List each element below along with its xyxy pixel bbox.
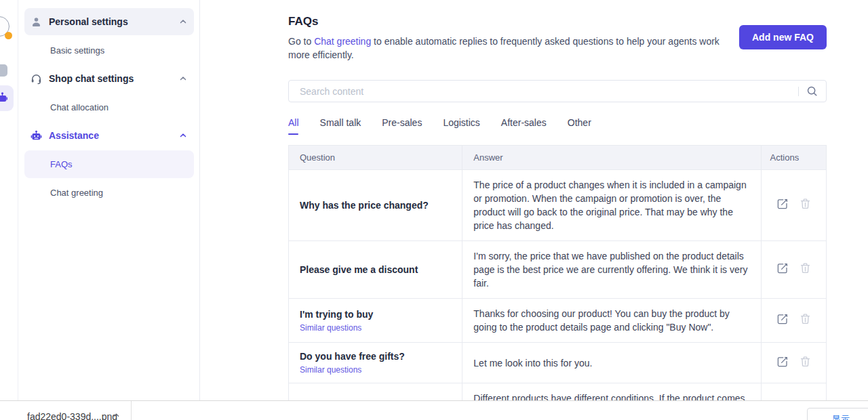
column-header-answer: Answer [462,146,761,170]
shelf-divider [131,401,132,420]
sidebar-label: Basic settings [50,45,104,56]
show-all-downloads-button[interactable]: 显示 [807,408,868,420]
question-cell: Do you have free gifts? Similar question… [289,343,462,383]
robot-icon [31,130,42,142]
answer-text: Different products have different condit… [473,393,746,400]
faq-table-row: Please give me a discount I'm sorry, the… [289,241,827,299]
faq-table-row: Why has the price changed? The price of … [289,170,827,241]
chevron-up-icon [179,18,187,26]
faq-table: Question Answer Actions Why has the pric… [288,145,827,400]
answer-cell: Let me look into this for you. [462,343,761,383]
search-icon[interactable] [806,85,818,97]
tab-pre-sales[interactable]: Pre-sales [382,117,422,135]
delete-icon[interactable] [800,263,810,276]
similar-questions-link[interactable]: Similar questions [300,365,451,375]
search-input[interactable] [300,86,798,97]
chat-bubble-icon[interactable] [0,64,7,77]
question-cell: Please give me a discount [289,241,462,299]
sidebar-label: Shop chat settings [49,73,134,84]
tab-logistics[interactable]: Logistics [443,117,479,135]
answer-text: I'm sorry, the price that we have publis… [473,251,747,289]
faq-page: FAQs Go to Chat greeting to enable autom… [201,0,868,400]
download-filename[interactable]: fad22ed0-339d....png [27,411,117,420]
sidebar-section-personal-settings[interactable]: Personal settings [24,8,194,35]
delete-icon[interactable] [800,198,810,212]
settings-sidebar: Personal settings Basic settings Shop ch… [19,0,200,400]
download-shelf: fad22ed0-339d....png 显示 [0,400,868,420]
tab-label: Pre-sales [382,117,422,128]
similar-questions-link[interactable]: Similar questions [300,323,451,333]
person-icon [31,16,42,28]
faq-table-row: I'm trying to buy Similar questions Than… [289,299,827,343]
tab-label: All [288,117,299,128]
faq-table-row: Do you have free gifts? Similar question… [289,343,827,383]
delete-icon[interactable] [800,356,810,370]
tab-label: After-sales [501,117,547,128]
tab-all[interactable]: All [288,117,299,135]
table-header-row: Question Answer Actions [289,146,827,170]
tab-label: Logistics [443,117,479,128]
sidebar-section-assistance[interactable]: Assistance [24,122,194,149]
sidebar-item-faqs[interactable]: FAQs [24,150,194,178]
add-new-faq-button[interactable]: Add new FAQ [739,25,827,49]
headset-icon [31,73,42,85]
question-text: Please give me a discount [300,264,418,275]
question-cell: I'm trying to buy Similar questions [289,299,462,343]
tab-other[interactable]: Other [568,117,591,135]
orange-status-dot [5,32,12,39]
chevron-up-icon [179,131,187,140]
question-text: I'm trying to buy [300,309,373,320]
faq-table-row: I didn't get my free gift Different prod… [289,383,827,401]
actions-cell [761,241,826,299]
answer-text: The price of a product changes when it i… [473,180,746,231]
actions-cell [761,170,826,241]
search-bar[interactable] [288,80,827,102]
sidebar-section-shop-chat-settings[interactable]: Shop chat settings [24,65,194,92]
question-cell: I didn't get my free gift [289,383,462,401]
question-cell: Why has the price changed? [289,170,462,241]
tab-label: Other [568,117,591,128]
edit-icon[interactable] [777,198,788,212]
sidebar-label: Chat allocation [50,102,108,112]
tabs: AllSmall talkPre-salesLogisticsAfter-sal… [288,117,827,135]
edit-icon[interactable] [777,356,788,370]
rail-item-assistant-active[interactable] [0,85,14,111]
search-divider [798,87,799,96]
sidebar-item-chat-allocation[interactable]: Chat allocation [24,93,194,121]
tab-label: Small talk [320,117,361,128]
description-text: Go to [288,36,314,47]
question-text: Why has the price changed? [300,200,429,211]
sidebar-label: Chat greeting [50,188,103,198]
answer-cell: The price of a product changes when it i… [462,170,761,241]
answer-text: Thanks for choosing our product! You can… [473,308,729,333]
robot-icon [0,92,7,104]
sidebar-item-basic-settings[interactable]: Basic settings [24,37,194,64]
edit-icon[interactable] [777,263,788,276]
chevron-up-icon [179,75,187,83]
actions-cell [761,383,826,401]
actions-cell [761,299,826,343]
page-description: Go to Chat greeting to enable automatic … [288,35,732,62]
column-header-question: Question [289,146,462,170]
edit-icon[interactable] [777,314,788,327]
sidebar-label: Assistance [49,130,99,141]
faq-table-body: Why has the price changed? The price of … [289,170,827,401]
question-text: Do you have free gifts? [300,351,405,362]
answer-cell: Different products have different condit… [462,383,761,401]
delete-icon[interactable] [800,314,810,327]
chat-greeting-link[interactable]: Chat greeting [314,36,371,47]
answer-cell: I'm sorry, the price that we have publis… [462,241,761,299]
icon-rail [0,0,18,400]
sidebar-item-chat-greeting[interactable]: Chat greeting [24,179,194,207]
answer-cell: Thanks for choosing our product! You can… [462,299,761,343]
answer-text: Let me look into this for you. [473,358,592,369]
download-expand-caret-icon[interactable] [113,411,120,420]
actions-cell [761,343,826,383]
column-header-actions: Actions [761,146,826,170]
tab-small-talk[interactable]: Small talk [320,117,361,135]
sidebar-label: Personal settings [49,16,128,27]
tab-after-sales[interactable]: After-sales [501,117,547,135]
sidebar-label: FAQs [50,159,73,169]
